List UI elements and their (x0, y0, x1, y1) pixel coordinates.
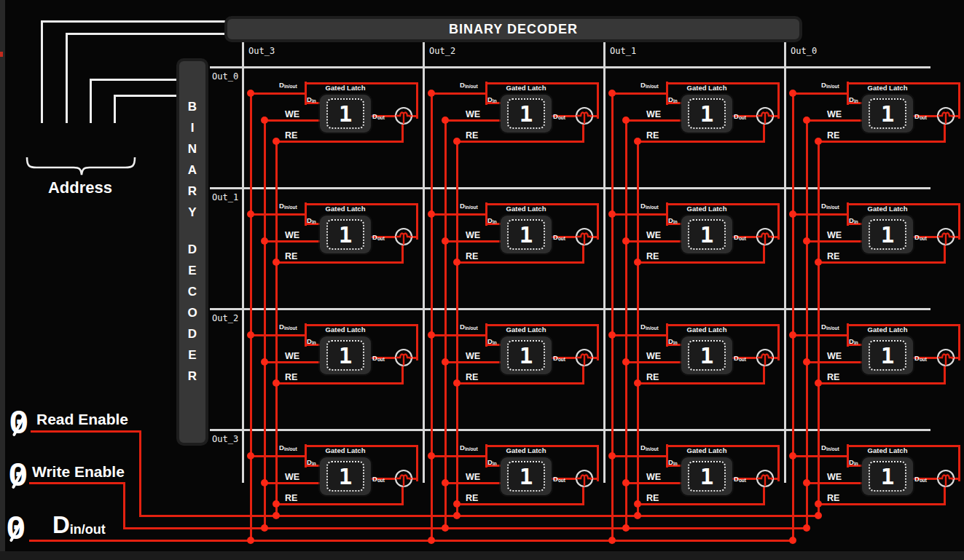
we-pin-label: WE (285, 109, 299, 119)
wire-re-stem (944, 366, 946, 384)
junction-dot (273, 259, 280, 266)
column-label: Out_1 (610, 46, 636, 56)
left-decoder-letter: Y (188, 202, 196, 223)
din-out-pin-label: Din/out (279, 323, 297, 331)
we-pin-label: WE (827, 230, 842, 240)
junction-dot (608, 90, 616, 97)
left-decoder-letter: C (188, 281, 197, 302)
wire-din-out-right (597, 445, 599, 481)
dout-pin-label: Dout (914, 475, 927, 483)
junction-dot (803, 479, 810, 486)
left-decoder-letter: D (188, 239, 197, 260)
dout-pin-label: Dout (914, 233, 927, 241)
junction-dot (261, 479, 268, 486)
latch-bit-value: 1 (339, 103, 353, 125)
din-pin-label: Din (307, 337, 316, 345)
write-enable-wire (123, 482, 125, 529)
wire-din-out (611, 213, 668, 216)
gated-latch-box: 1 (320, 457, 371, 495)
re-pin-label: RE (466, 130, 478, 141)
junction-dot (442, 358, 449, 366)
read-enable-input-value[interactable]: 0 (9, 409, 29, 441)
junction-dot (247, 331, 254, 339)
latch-bit-value: 1 (700, 103, 714, 125)
junction-dot (803, 524, 810, 532)
re-pin-label: RE (646, 130, 659, 141)
address-brace (22, 153, 146, 182)
memory-cell: Din/out Din WE RE Dout Gated Latch 1 (785, 67, 964, 184)
junction-dot (634, 259, 641, 266)
din-pin-label: Din (307, 458, 316, 466)
junction-dot (608, 331, 616, 339)
wire-din-out (611, 455, 668, 457)
memory-cell: Din/out Din WE RE Dout Gated Latch 1 (604, 67, 786, 184)
latch-bit-box: 1 (869, 219, 906, 250)
latch-bit-value: 1 (339, 224, 353, 246)
gated-latch-box: 1 (320, 95, 371, 133)
dout-pin-label: Dout (734, 112, 746, 120)
wire-din-out-right (777, 203, 780, 240)
tristate-buffer-icon (393, 106, 414, 126)
memory-cell: Din/out Din WE RE Dout Gated Latch 1 (423, 67, 606, 184)
dout-pin-label: Dout (553, 354, 565, 362)
junction-dot (815, 379, 822, 387)
memory-cell: Din/out Din WE RE Dout Gated Latch 1 (423, 430, 606, 546)
din-pin-label: Din (487, 95, 497, 103)
wire-din-out-right (958, 324, 960, 360)
re-pin-label: RE (646, 372, 659, 382)
latch-bit-value: 1 (881, 465, 895, 488)
wire-re-stem (763, 125, 765, 142)
tristate-buffer-icon (755, 226, 775, 247)
we-pin-label: WE (646, 230, 661, 240)
junction-dot (634, 138, 641, 145)
wire-din-out (430, 92, 487, 95)
latch-bit-value: 1 (520, 344, 533, 367)
write-enable-input-value[interactable]: 0 (8, 461, 28, 493)
dout-pin-label: Dout (372, 233, 385, 241)
top-binary-decoder-label: BINARY DECODER (449, 22, 578, 37)
latch-bit-box: 1 (688, 461, 726, 492)
wire-din-out (791, 92, 849, 95)
din-out-input-value[interactable]: 0 (6, 514, 26, 546)
latch-bit-box: 1 (326, 340, 364, 371)
read-enable-wire (139, 430, 141, 517)
din-out-pin-label: Din/out (460, 81, 478, 89)
wire-din-out (791, 455, 849, 457)
left-decoder-letter: A (188, 159, 197, 181)
write-enable-label: Write Enable (32, 463, 125, 481)
din-out-pin-label: Din/out (460, 323, 478, 331)
din-out-pin-label: Din/out (460, 443, 478, 451)
memory-cell: Din/out Din WE RE Dout Gated Latch 1 (243, 430, 425, 546)
we-pin-label: WE (285, 351, 299, 361)
junction-dot (428, 331, 435, 339)
wire-re-stem (582, 487, 584, 505)
top-binary-decoder: BINARY DECODER (224, 16, 802, 42)
latch-bit-box: 1 (326, 98, 364, 129)
write-enable-wire (29, 482, 125, 484)
junction-dot (261, 524, 268, 532)
junction-dot (608, 210, 616, 218)
junction-dot (789, 537, 796, 544)
column-label: Out_0 (791, 46, 817, 56)
memory-cell: Din/out Din WE RE Dout Gated Latch 1 (604, 188, 786, 304)
latch-bit-value: 1 (881, 224, 895, 246)
wire-din-out-right (777, 324, 780, 360)
tristate-buffer-icon (936, 347, 956, 368)
memory-cell: Din/out Din WE RE Dout Gated Latch 1 (785, 430, 964, 546)
left-edge-red-tick (0, 52, 3, 57)
wire-din-out (249, 455, 307, 457)
wire-re-stem (401, 125, 404, 142)
gated-latch-title: Gated Latch (493, 326, 559, 334)
read-enable-label: Read Enable (36, 411, 128, 428)
din-out-pin-label: Din/out (821, 202, 839, 210)
din-pin-label: Din (849, 216, 858, 224)
memory-cell: Din/out Din WE RE Dout Gated Latch 1 (604, 309, 786, 425)
gated-latch-title: Gated Latch (313, 84, 378, 92)
junction-dot (442, 237, 449, 245)
address-wire-3 (114, 95, 116, 123)
left-decoder-letter: O (187, 302, 197, 323)
gated-latch-title: Gated Latch (313, 326, 378, 334)
wire-din-out-right (777, 82, 780, 119)
gated-latch-box: 1 (320, 216, 371, 253)
wire-din-out-right (416, 445, 418, 481)
